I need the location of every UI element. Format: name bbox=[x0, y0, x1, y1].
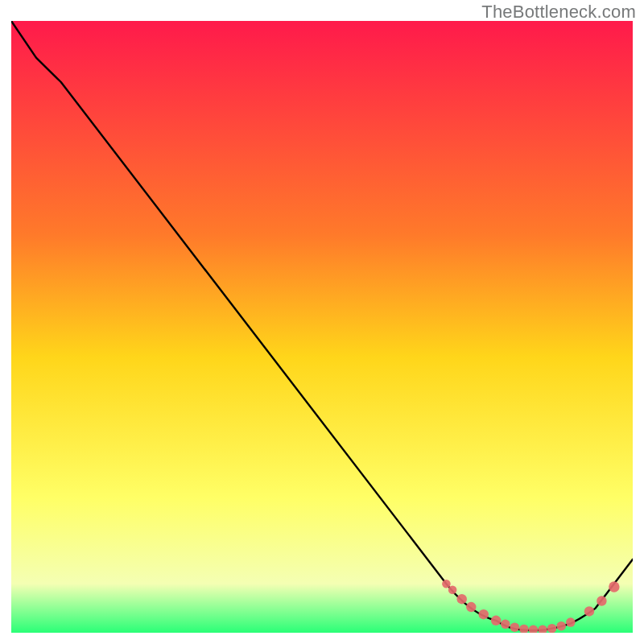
bottleneck-chart bbox=[11, 21, 633, 633]
plot-area bbox=[11, 21, 633, 633]
marker-dot bbox=[501, 620, 510, 630]
chart-frame: TheBottleneck.com bbox=[0, 0, 644, 644]
marker-dot bbox=[510, 622, 520, 632]
marker-dot bbox=[491, 616, 501, 625]
marker-dot bbox=[547, 624, 557, 633]
watermark-label: TheBottleneck.com bbox=[481, 2, 636, 23]
marker-dot bbox=[597, 596, 606, 605]
marker-dot bbox=[478, 609, 488, 619]
marker-dot bbox=[566, 617, 576, 627]
marker-dot bbox=[448, 586, 457, 595]
marker-dot bbox=[609, 581, 619, 592]
marker-dot bbox=[456, 594, 466, 604]
marker-dot bbox=[466, 602, 476, 612]
marker-dot bbox=[556, 621, 566, 631]
marker-dot bbox=[442, 580, 451, 588]
marker-dot bbox=[584, 606, 594, 616]
gradient-background bbox=[11, 21, 633, 633]
